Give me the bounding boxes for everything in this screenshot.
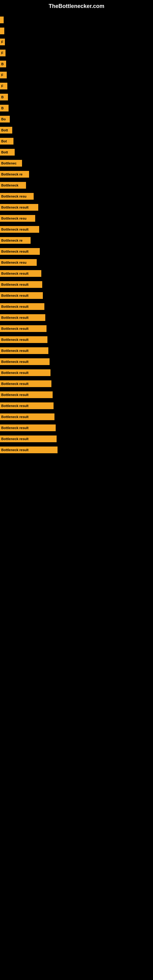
bar-1 [0, 27, 4, 34]
bar-row: Bottleneck result [0, 247, 153, 256]
bar-row: F [0, 49, 153, 57]
bar-21: Bottleneck result [0, 248, 40, 255]
bar-row: Bottleneck re [0, 236, 153, 245]
bar-20: Bottleneck re [0, 237, 30, 244]
bar-row: Bottleneck result [0, 280, 153, 289]
bar-row: Bottlenec [0, 159, 153, 167]
bar-37: Bottleneck result [0, 425, 56, 431]
bar-23: Bottleneck result [0, 270, 41, 277]
bar-25: Bottleneck result [0, 292, 43, 299]
bar-18: Bottleneck resu [0, 215, 35, 222]
bar-row: F [0, 82, 153, 90]
bar-39: Bottleneck result [0, 447, 57, 453]
bar-32: Bottleneck result [0, 369, 51, 376]
bar-row: Bottleneck result [0, 423, 153, 432]
bar-6: F [0, 83, 7, 89]
bar-row: Bottleneck result [0, 313, 153, 322]
bar-row: Bottleneck result [0, 291, 153, 300]
bar-row: Bott [0, 148, 153, 156]
bar-36: Bottleneck result [0, 414, 54, 420]
bar-29: Bottleneck result [0, 336, 48, 343]
bar-row: B [0, 60, 153, 68]
bar-row: Bottleneck result [0, 368, 153, 377]
bar-row: Bottleneck result [0, 412, 153, 421]
bar-row: Bottleneck result [0, 203, 153, 212]
bar-row: Bottleneck result [0, 302, 153, 311]
bar-11: Bot [0, 138, 13, 145]
bar-row: Bottleneck result [0, 335, 153, 344]
bar-30: Bottleneck result [0, 347, 48, 354]
bar-row: Bottleneck resu [0, 214, 153, 223]
bar-row: Bottleneck [0, 181, 153, 189]
bar-12: Bott [0, 149, 15, 156]
bar-35: Bottleneck result [0, 402, 54, 409]
bar-0 [0, 16, 4, 23]
bar-row: B [0, 93, 153, 101]
bar-row: Bottleneck resu [0, 192, 153, 200]
bar-26: Bottleneck result [0, 303, 45, 310]
bar-13: Bottlenec [0, 160, 22, 167]
bar-8: B [0, 105, 9, 111]
bar-row: Bo [0, 115, 153, 123]
bar-38: Bottleneck result [0, 436, 57, 442]
bar-row: F [0, 38, 153, 46]
bar-14: Bottleneck re [0, 171, 29, 178]
bar-row: Bottleneck result [0, 324, 153, 333]
bar-row: Bottleneck result [0, 401, 153, 410]
bar-row: Bottleneck result [0, 346, 153, 355]
bar-row: Bottleneck re [0, 170, 153, 178]
bar-28: Bottleneck result [0, 325, 46, 332]
bar-row: B [0, 104, 153, 112]
bar-24: Bottleneck result [0, 281, 42, 288]
bar-3: F [0, 49, 5, 56]
bar-17: Bottleneck result [0, 204, 38, 211]
bar-row: F [0, 71, 153, 79]
bars-container: FFBFFBBBoBottBotBottBottlenecBottleneck … [0, 11, 153, 457]
bar-10: Bott [0, 127, 12, 134]
bar-row: Bottleneck result [0, 379, 153, 388]
bar-row: Bott [0, 126, 153, 134]
bar-row [0, 27, 153, 35]
bar-22: Bottleneck resu [0, 259, 37, 266]
bar-16: Bottleneck resu [0, 193, 33, 200]
bar-row: Bottleneck result [0, 445, 153, 454]
bar-row: Bottleneck result [0, 225, 153, 234]
site-title: TheBottlenecker.com [0, 0, 153, 11]
bar-19: Bottleneck result [0, 226, 39, 233]
bar-row: Bottleneck result [0, 390, 153, 399]
bar-31: Bottleneck result [0, 358, 49, 365]
bar-4: B [0, 60, 6, 67]
bar-34: Bottleneck result [0, 391, 53, 398]
bar-row: Bottleneck result [0, 357, 153, 366]
bar-9: Bo [0, 116, 10, 123]
bar-7: B [0, 94, 8, 100]
bar-row [0, 16, 153, 24]
bar-row: Bottleneck resu [0, 258, 153, 267]
bar-row: Bottleneck result [0, 434, 153, 443]
bar-33: Bottleneck result [0, 380, 51, 387]
bar-15: Bottleneck [0, 182, 26, 189]
bar-27: Bottleneck result [0, 314, 45, 321]
bar-row: Bot [0, 137, 153, 145]
bar-2: F [0, 38, 5, 45]
bar-row: Bottleneck result [0, 269, 153, 278]
bar-5: F [0, 72, 7, 78]
